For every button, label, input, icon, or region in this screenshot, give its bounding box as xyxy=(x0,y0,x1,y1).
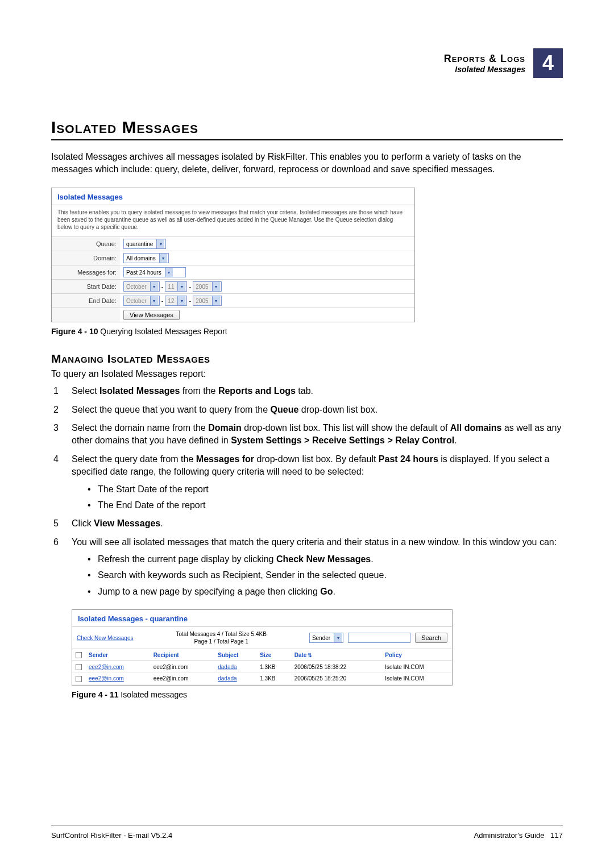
select-all-checkbox[interactable] xyxy=(76,652,82,658)
step-item: Select the query date from the Messages … xyxy=(51,453,563,512)
panel-description: This feature enables you to query isolat… xyxy=(52,205,414,236)
search-input[interactable] xyxy=(348,633,410,643)
subject-link[interactable]: dadada xyxy=(218,664,237,670)
size-cell: 1.3KB xyxy=(256,661,291,673)
footer-left: SurfControl RiskFilter - E-mail V5.2.4 xyxy=(51,831,172,840)
subject-link[interactable]: dadada xyxy=(218,675,237,682)
enddate-label: End Date: xyxy=(52,294,120,308)
queue-select[interactable]: quarantine ▾ xyxy=(123,239,166,249)
results-panel: Isolated Messages - quarantine Check New… xyxy=(72,609,453,686)
end-year-select[interactable]: 2005 ▾ xyxy=(193,296,221,306)
bullet-item: Jump to a new page by specifying a page … xyxy=(88,585,563,598)
recipient-cell: eee2@in.com xyxy=(150,672,215,684)
row-checkbox[interactable] xyxy=(76,664,82,670)
policy-cell: Isolate IN.COM xyxy=(381,672,452,684)
chevron-down-icon: ▾ xyxy=(165,268,173,277)
table-row: eee2@in.com eee2@in.com dadada 1.3KB 200… xyxy=(72,672,452,684)
col-recipient[interactable]: Recipient xyxy=(150,649,215,661)
chevron-down-icon: ▾ xyxy=(212,296,220,305)
steps-list: Select Isolated Messages from the Report… xyxy=(51,385,563,598)
bullet-item: The End Date of the report xyxy=(88,499,563,512)
chevron-down-icon: ▾ xyxy=(212,282,220,291)
step-item: You will see all isolated messages that … xyxy=(51,536,563,599)
end-day-select[interactable]: 12 ▾ xyxy=(165,296,187,306)
bullet-item: Search with keywords such as Recipient, … xyxy=(88,569,563,582)
queue-value: quarantine xyxy=(126,241,153,247)
sender-link[interactable]: eee2@in.com xyxy=(89,664,124,670)
intro-paragraph: Isolated Messages archives all messages … xyxy=(51,151,563,175)
results-summary: Total Messages 4 / Total Size 5.4KB Page… xyxy=(138,630,304,645)
sender-link[interactable]: eee2@in.com xyxy=(89,675,124,682)
search-button[interactable]: Search xyxy=(415,633,447,643)
view-messages-button[interactable]: View Messages xyxy=(123,310,180,320)
section-heading: Isolated Messages xyxy=(51,118,563,140)
step-item: Select Isolated Messages from the Report… xyxy=(51,385,563,397)
messagesfor-select[interactable]: Past 24 hours ▾ xyxy=(123,267,186,277)
size-cell: 1.3KB xyxy=(256,672,291,684)
chevron-down-icon: ▾ xyxy=(150,282,158,291)
date-cell: 2006/05/25 18:38:22 xyxy=(291,661,382,673)
queue-label: Queue: xyxy=(52,237,120,251)
row-checkbox[interactable] xyxy=(76,676,82,682)
chevron-down-icon: ▾ xyxy=(334,633,342,642)
page-header: Reports & Logs Isolated Messages 4 xyxy=(51,48,563,78)
domain-value: All domains xyxy=(126,255,156,261)
panel-title: Isolated Messages xyxy=(52,188,414,205)
results-title: Isolated Messages - quarantine xyxy=(72,610,452,626)
start-year-select[interactable]: 2005 ▾ xyxy=(193,281,221,292)
chevron-down-icon: ▾ xyxy=(159,254,167,263)
start-month-select[interactable]: October ▾ xyxy=(123,281,160,292)
bullet-item: Refresh the current page display by clic… xyxy=(88,553,563,566)
header-section: Reports & Logs xyxy=(444,53,525,65)
step-item: Click View Messages. xyxy=(51,517,563,530)
end-month-select[interactable]: October ▾ xyxy=(123,296,160,306)
query-panel: Isolated Messages This feature enables y… xyxy=(51,188,415,322)
date-cell: 2006/05/25 18:25:20 xyxy=(291,672,382,684)
chevron-down-icon: ▾ xyxy=(150,296,158,305)
domain-select[interactable]: All domains ▾ xyxy=(123,253,169,263)
col-size[interactable]: Size xyxy=(256,649,291,661)
startdate-label: Start Date: xyxy=(52,280,120,294)
col-sender[interactable]: Sender xyxy=(85,649,150,661)
col-policy[interactable]: Policy xyxy=(381,649,452,661)
col-date[interactable]: Date⇅ xyxy=(291,649,382,661)
step-item: Select the domain name from the Domain d… xyxy=(51,422,563,447)
col-subject[interactable]: Subject xyxy=(214,649,256,661)
bullet-item: The Start Date of the report xyxy=(88,483,563,496)
recipient-cell: eee2@in.com xyxy=(150,661,215,673)
figure-caption: Figure 4 - 11 Isolated messages xyxy=(72,690,563,699)
header-subtitle: Isolated Messages xyxy=(444,65,525,74)
policy-cell: Isolate IN.COM xyxy=(381,661,452,673)
table-row: eee2@in.com eee2@in.com dadada 1.3KB 200… xyxy=(72,661,452,673)
lead-text: To query an Isolated Messages report: xyxy=(51,369,563,379)
start-day-select[interactable]: 11 ▾ xyxy=(165,281,187,292)
messagesfor-label: Messages for: xyxy=(52,265,120,280)
chapter-badge: 4 xyxy=(533,48,563,78)
sort-icon: ⇅ xyxy=(308,653,312,658)
messagesfor-value: Past 24 hours xyxy=(126,269,161,276)
check-new-messages-link[interactable]: Check New Messages xyxy=(77,635,133,641)
step-item: Select the queue that you want to query … xyxy=(51,404,563,416)
page-footer: SurfControl RiskFilter - E-mail V5.2.4 A… xyxy=(51,825,563,840)
chevron-down-icon: ▾ xyxy=(177,282,185,291)
chevron-down-icon: ▾ xyxy=(156,239,164,248)
domain-label: Domain: xyxy=(52,251,120,265)
search-field-select[interactable]: Sender ▾ xyxy=(309,633,343,643)
figure-caption: Figure 4 - 10 Querying Isolated Messages… xyxy=(51,327,563,336)
footer-right: Administrator's Guide 117 xyxy=(474,831,563,840)
chevron-down-icon: ▾ xyxy=(177,296,185,305)
subsection-heading: Managing Isolated Messages xyxy=(51,352,563,366)
